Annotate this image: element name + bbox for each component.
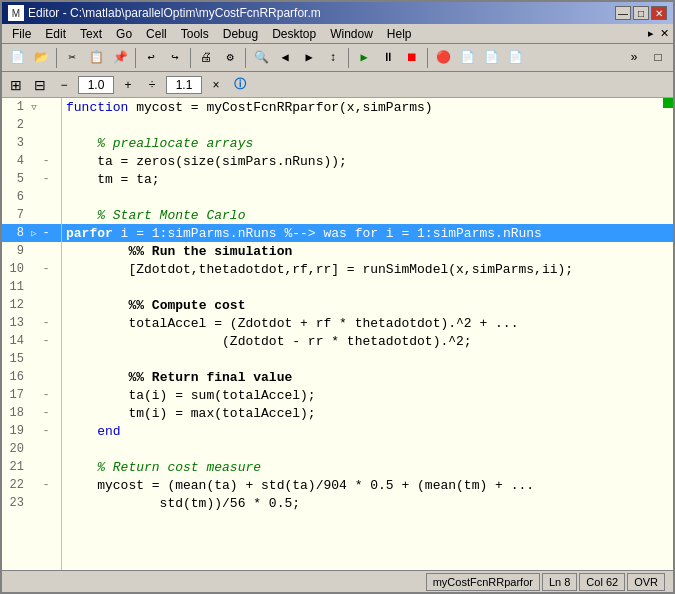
line-num-3: 3 (4, 136, 28, 150)
fold-marker-18 (28, 407, 40, 419)
gutter-row-13: 13 - (2, 314, 61, 332)
unfold-all-icon[interactable]: ⊟ (30, 75, 50, 95)
title-controls: — □ ✕ (615, 6, 667, 20)
code-line-12[interactable]: %% Compute cost (62, 296, 673, 314)
code-line-3[interactable]: % preallocate arrays (62, 134, 673, 152)
code-line-6[interactable] (62, 188, 673, 206)
code-line-1[interactable]: function mycost = myCostFcnRRparfor(x,si… (62, 98, 673, 116)
breakpoint-button[interactable]: 🔴 (432, 47, 454, 69)
code-text-18: tm(i) = max(totalAccel); (66, 406, 316, 421)
fold-marker-8[interactable]: ▷ (28, 227, 40, 239)
fold-marker-1[interactable]: ▽ (28, 101, 40, 113)
code-line-11[interactable] (62, 278, 673, 296)
toolbar-btn-10[interactable]: 📄 (456, 47, 478, 69)
menu-debug[interactable]: Debug (217, 26, 264, 42)
code-line-16[interactable]: %% Return final value (62, 368, 673, 386)
menu-text[interactable]: Text (74, 26, 108, 42)
cut-button[interactable]: ✂ (61, 47, 83, 69)
minimize-button[interactable]: — (615, 6, 631, 20)
close-tab-button[interactable]: ✕ (660, 27, 669, 40)
line-num-4: 4 (4, 154, 28, 168)
gutter-row-15: 15 (2, 350, 61, 368)
toolbar-separator-5 (348, 48, 349, 68)
code-line-10[interactable]: [Zdotdot,thetadotdot,rf,rr] = runSimMode… (62, 260, 673, 278)
print-button[interactable]: 🖨 (195, 47, 217, 69)
code-line-22[interactable]: mycost = (mean(ta) + std(ta)/904 * 0.5 +… (62, 476, 673, 494)
gutter-row-9: 9 (2, 242, 61, 260)
paste-button[interactable]: 📌 (109, 47, 131, 69)
toolbar-btn-5[interactable]: ⚙ (219, 47, 241, 69)
copy-button[interactable]: 📋 (85, 47, 107, 69)
new-file-button[interactable]: 📄 (6, 47, 28, 69)
code-line-19[interactable]: end (62, 422, 673, 440)
code-line-2[interactable] (62, 116, 673, 134)
toolbar-btn-9[interactable]: ⏸ (377, 47, 399, 69)
code-line-20[interactable] (62, 440, 673, 458)
gutter-row-23: 23 (2, 494, 61, 512)
toolbar-btn-12[interactable]: 📄 (504, 47, 526, 69)
fold-marker-23 (28, 497, 40, 509)
zoom-value-1[interactable] (78, 76, 114, 94)
code-line-23[interactable]: std(tm))/56 * 0.5; (62, 494, 673, 512)
toolbar-maximize-button[interactable]: □ (647, 47, 669, 69)
fold-marker-22 (28, 479, 40, 491)
zoom-div-icon[interactable]: ÷ (142, 75, 162, 95)
toolbar-btn-7[interactable]: ▶ (298, 47, 320, 69)
menu-cell[interactable]: Cell (140, 26, 173, 42)
code-line-5[interactable]: tm = ta; (62, 170, 673, 188)
status-col: Col 62 (579, 573, 625, 591)
run-button[interactable]: ▶ (353, 47, 375, 69)
zoom-minus-icon[interactable]: − (54, 75, 74, 95)
ovr-label: OVR (634, 576, 658, 588)
maximize-button[interactable]: □ (633, 6, 649, 20)
zoom-plus-icon[interactable]: + (118, 75, 138, 95)
menu-edit[interactable]: Edit (39, 26, 72, 42)
code-line-9[interactable]: %% Run the simulation (62, 242, 673, 260)
line-num-7: 7 (4, 208, 28, 222)
code-line-8[interactable]: parfor i = 1:simParms.nRuns %--> was for… (62, 224, 673, 242)
fold-marker-17 (28, 389, 40, 401)
fold-all-icon[interactable]: ⊞ (6, 75, 26, 95)
fold-marker-13 (28, 317, 40, 329)
menu-desktop[interactable]: Desktop (266, 26, 322, 42)
fold-marker-3 (28, 137, 40, 149)
line-num-2: 2 (4, 118, 28, 132)
toolbar-overflow-button[interactable]: » (623, 47, 645, 69)
menu-go[interactable]: Go (110, 26, 138, 42)
menu-window[interactable]: Window (324, 26, 379, 42)
find-button[interactable]: 🔍 (250, 47, 272, 69)
toolbar-btn-6[interactable]: ◀ (274, 47, 296, 69)
gutter-row-22: 22 - (2, 476, 61, 494)
info-icon[interactable]: ⓘ (230, 75, 250, 95)
code-line-17[interactable]: ta(i) = sum(totalAccel); (62, 386, 673, 404)
status-filename: myCostFcnRRparfor (426, 573, 540, 591)
code-text-12: %% Compute cost (66, 298, 245, 313)
code-line-7[interactable]: % Start Monte Carlo (62, 206, 673, 224)
undock-button[interactable]: ▸ (648, 27, 654, 40)
stop-button[interactable]: ⏹ (401, 47, 423, 69)
fold-marker-12 (28, 299, 40, 311)
toolbar-btn-11[interactable]: 📄 (480, 47, 502, 69)
code-line-4[interactable]: ta = zeros(size(simPars.nRuns)); (62, 152, 673, 170)
code-line-14[interactable]: (Zdotdot - rr * thetadotdot).^2; (62, 332, 673, 350)
code-line-21[interactable]: % Return cost measure (62, 458, 673, 476)
code-line-18[interactable]: tm(i) = max(totalAccel); (62, 404, 673, 422)
code-line-13[interactable]: totalAccel = (Zdotdot + rf * thetadotdot… (62, 314, 673, 332)
menu-file[interactable]: File (6, 26, 37, 42)
zoom-value-2[interactable] (166, 76, 202, 94)
line-num-14: 14 (4, 334, 28, 348)
menu-tools[interactable]: Tools (175, 26, 215, 42)
toolbar-btn-8[interactable]: ↕ (322, 47, 344, 69)
zoom-x-icon[interactable]: × (206, 75, 226, 95)
code-line-15[interactable] (62, 350, 673, 368)
line-gutter: 1 ▽ 2 3 4 (2, 98, 62, 570)
code-editor[interactable]: function mycost = myCostFcnRRparfor(x,si… (62, 98, 673, 570)
toolbar-zoom: ⊞ ⊟ − + ÷ × ⓘ (2, 72, 673, 98)
menu-help[interactable]: Help (381, 26, 418, 42)
open-button[interactable]: 📂 (30, 47, 52, 69)
redo-button[interactable]: ↪ (164, 47, 186, 69)
line-num-23: 23 (4, 496, 28, 510)
close-button[interactable]: ✕ (651, 6, 667, 20)
code-text-9: %% Run the simulation (66, 244, 292, 259)
undo-button[interactable]: ↩ (140, 47, 162, 69)
